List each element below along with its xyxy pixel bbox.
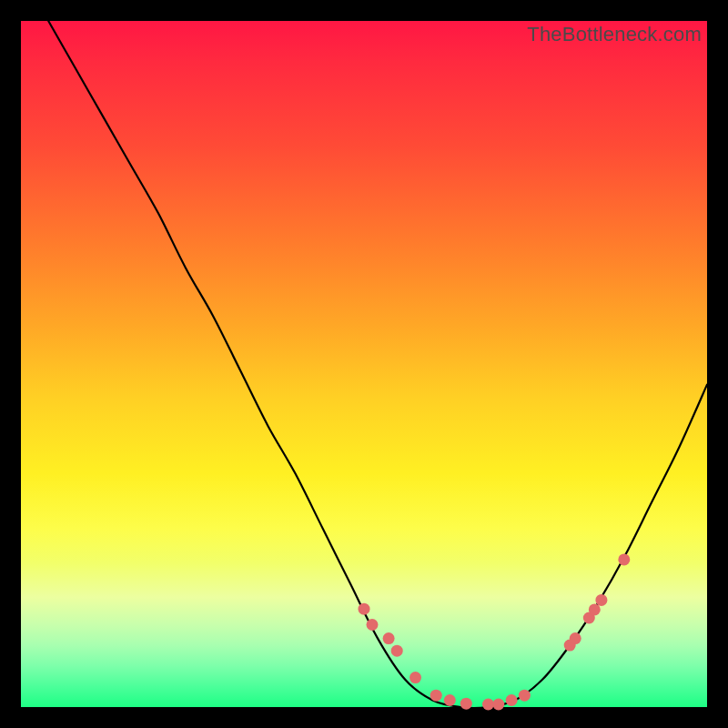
data-point — [506, 694, 518, 706]
data-point — [367, 619, 379, 631]
bottleneck-curve — [48, 21, 707, 708]
data-point — [383, 632, 395, 644]
data-point — [492, 699, 504, 711]
data-point — [595, 594, 607, 606]
data-point — [391, 645, 403, 657]
data-point — [618, 553, 630, 565]
data-point — [430, 690, 442, 702]
data-point — [410, 672, 421, 683]
data-point — [444, 694, 456, 706]
data-point — [460, 698, 472, 710]
markers-group — [359, 553, 631, 710]
data-point — [589, 603, 601, 615]
plot-area: TheBottleneck.com — [21, 21, 707, 707]
data-point — [519, 690, 531, 702]
data-point — [482, 699, 494, 711]
curve-layer — [21, 21, 707, 707]
chart-frame: TheBottleneck.com — [0, 0, 728, 728]
data-point — [570, 632, 581, 644]
data-point — [359, 603, 370, 615]
